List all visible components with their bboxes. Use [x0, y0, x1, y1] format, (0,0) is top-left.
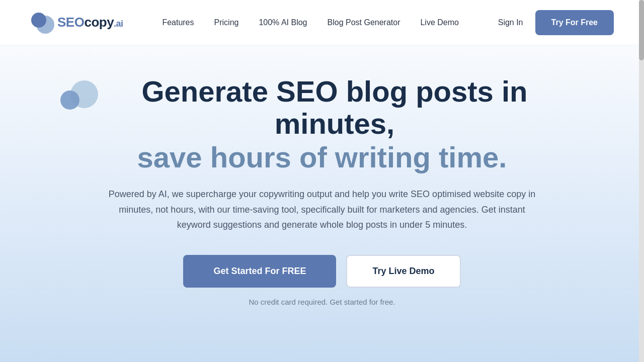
sign-in-link[interactable]: Sign In: [498, 18, 523, 27]
hero-title-line2: save hours of writing time.: [70, 140, 574, 175]
disclaimer-text: No credit card required. Get started for…: [249, 298, 395, 306]
nav-links: Features Pricing 100% AI Blog Blog Post …: [162, 18, 459, 27]
blob-small: [60, 90, 79, 110]
nav-ai-blog[interactable]: 100% AI Blog: [259, 18, 307, 27]
logo-icon: [30, 11, 54, 35]
try-live-demo-button[interactable]: Try Live Demo: [346, 255, 460, 288]
nav-pricing[interactable]: Pricing: [214, 18, 239, 27]
try-for-free-button[interactable]: Try For Free: [535, 10, 614, 35]
nav-features[interactable]: Features: [162, 18, 194, 27]
hero-description: Powered by AI, we supercharge your copyw…: [103, 187, 541, 233]
navbar: SEOcopy.ai Features Pricing 100% AI Blog…: [0, 0, 644, 45]
get-started-button[interactable]: Get Started For FREE: [183, 255, 336, 288]
nav-right: Sign In Try For Free: [498, 10, 614, 35]
nav-live-demo[interactable]: Live Demo: [420, 18, 458, 27]
scrollbar-thumb[interactable]: [639, 0, 644, 60]
logo-copy: copy: [84, 15, 114, 30]
nav-blog-post-generator[interactable]: Blog Post Generator: [328, 18, 400, 27]
scrollbar[interactable]: [639, 0, 644, 362]
hero-title-line1: Generate SEO blog posts in minutes,: [70, 75, 574, 140]
logo-text: SEOcopy.ai: [57, 15, 123, 30]
hero-section: Generate SEO blog posts in minutes, save…: [0, 45, 644, 326]
logo-seo: SEO: [57, 15, 84, 30]
logo-suffix: .ai: [114, 19, 123, 29]
hero-title-wrapper: Generate SEO blog posts in minutes, save…: [70, 75, 574, 174]
hero-buttons: Get Started For FREE Try Live Demo: [183, 255, 460, 288]
logo-bubble-front: [31, 13, 46, 28]
logo[interactable]: SEOcopy.ai: [30, 11, 123, 35]
